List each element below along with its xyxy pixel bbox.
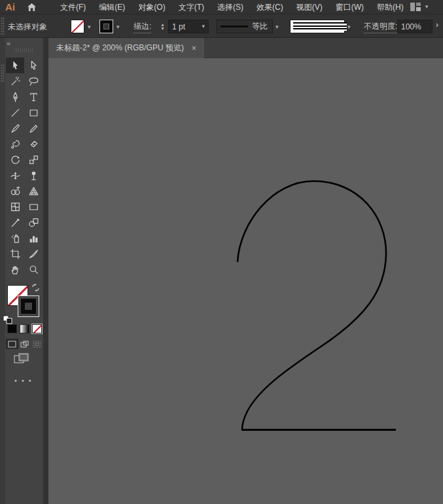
panel-canvas-divider[interactable] [43, 38, 48, 504]
tool-width[interactable] [6, 167, 24, 183]
tool-zoom[interactable] [24, 261, 43, 277]
screen-mode-button[interactable] [14, 353, 29, 368]
tools-grid [6, 58, 43, 277]
tool-rotate[interactable] [6, 152, 24, 167]
opacity-input[interactable]: 100% [397, 20, 433, 33]
tool-mesh[interactable] [6, 199, 24, 214]
tool-symbol-sprayer[interactable] [6, 230, 24, 246]
appearance-widget [5, 281, 43, 360]
tool-line-segment[interactable] [6, 105, 24, 120]
tool-rectangle[interactable] [24, 105, 43, 120]
menu-effect[interactable]: 效果(C) [250, 0, 290, 14]
uniform-width-preview-icon [221, 25, 248, 27]
tool-slice[interactable] [24, 246, 43, 261]
tool-scale[interactable] [24, 152, 43, 167]
chevron-down-icon: ▾ [425, 4, 429, 10]
tool-artboard[interactable] [6, 246, 24, 261]
control-bar: 未选择对象 ▾ ▾ 描边: ▲ ▼ 1 pt ▾ 等比 ▾ ▾ 不透明度: 10… [0, 14, 443, 38]
artwork-digit-2 [48, 58, 443, 504]
document-tab-strip: 未标题-2* @ 200% (RGB/GPU 预览) × [48, 38, 443, 58]
tool-panel: « [5, 38, 43, 504]
illustrator-window: { "app": { "logo_text": "Ai" }, "icons":… [0, 0, 443, 504]
workspace-switcher[interactable]: ▾ [410, 3, 429, 11]
tool-selection[interactable] [6, 58, 24, 73]
panel-drag-grip-icon[interactable] [14, 48, 34, 52]
tool-blend[interactable] [24, 214, 43, 230]
menu-file[interactable]: 文件(F) [54, 0, 92, 14]
stroke-proxy-swatch[interactable] [18, 295, 39, 317]
tab-close-icon[interactable]: × [192, 44, 196, 53]
tool-paintbrush[interactable] [6, 120, 24, 136]
tool-eyedropper[interactable] [6, 214, 24, 230]
stroke-weight-value: 1 pt [172, 22, 185, 31]
canvas-pasteboard[interactable] [48, 58, 443, 504]
opacity-value: 100% [401, 22, 421, 31]
tool-blob-brush[interactable] [6, 136, 24, 152]
tool-lasso[interactable] [24, 73, 43, 89]
tool-type[interactable] [24, 89, 43, 105]
dock-grip-icon[interactable] [1, 64, 5, 82]
swap-fill-stroke-icon[interactable] [31, 282, 40, 294]
width-profile-chevron-down-icon[interactable]: ▾ [275, 24, 279, 30]
tool-puppet-warp[interactable] [24, 167, 43, 183]
tool-pencil[interactable] [24, 120, 43, 136]
tool-column-graph[interactable] [24, 230, 43, 246]
document-tab[interactable]: 未标题-2* @ 200% (RGB/GPU 预览) × [48, 38, 204, 58]
brush-preview-icon [293, 22, 347, 31]
brush-definition-combo[interactable] [290, 20, 345, 33]
none-slash-icon [32, 324, 42, 333]
tool-pen[interactable] [6, 89, 24, 105]
stroke-ring-icon [21, 299, 36, 314]
control-bar-overflow-icon[interactable]: › [436, 20, 438, 29]
tool-perspective-grid[interactable] [24, 183, 43, 199]
tool-shape-builder[interactable] [6, 183, 24, 199]
tool-hand[interactable] [6, 261, 24, 277]
stroke-ring-icon [103, 24, 109, 29]
panel-grip-icon[interactable] [1, 17, 5, 35]
tool-gradient[interactable] [24, 199, 43, 214]
chevron-down-icon: ▾ [202, 24, 205, 29]
menu-object[interactable]: 对象(O) [132, 0, 171, 14]
menu-edit[interactable]: 编辑(E) [92, 0, 132, 14]
stroke-weight-combo[interactable]: 1 pt ▾ [168, 20, 209, 33]
width-profile-combo[interactable]: 等比 [217, 20, 273, 33]
draw-normal-button[interactable] [6, 339, 18, 349]
fill-chevron-down-icon[interactable]: ▾ [88, 24, 91, 30]
stroke-panel-link[interactable]: 描边: [133, 21, 151, 33]
brush-chevron-down-icon[interactable]: ▾ [347, 24, 351, 30]
tool-eraser[interactable] [24, 136, 43, 152]
fill-color-swatch[interactable] [71, 20, 84, 33]
menu-type[interactable]: 文字(T) [172, 0, 211, 14]
collapse-panel-icon[interactable]: « [7, 40, 10, 47]
workspace-layout-icon [410, 3, 421, 11]
document-tab-title: 未标题-2* @ 200% (RGB/GPU 预览) [56, 42, 184, 54]
draw-behind-button[interactable] [18, 339, 31, 349]
width-profile-value: 等比 [252, 21, 268, 32]
gradient-button[interactable] [20, 324, 29, 333]
selection-status: 未选择对象 [8, 22, 47, 33]
home-icon[interactable] [27, 3, 37, 12]
opacity-panel-link[interactable]: 不透明度: [364, 21, 397, 33]
stroke-weight-stepper[interactable]: ▲ ▼ [159, 20, 166, 33]
stepper-down-icon[interactable]: ▼ [160, 27, 165, 31]
tool-magic-wand[interactable] [6, 73, 24, 89]
edit-toolbar-button[interactable]: • • • [14, 377, 33, 384]
default-fill-stroke-icon[interactable] [3, 315, 12, 327]
app-logo: Ai [5, 1, 15, 12]
menu-items: 文件(F) 编辑(E) 对象(O) 文字(T) 选择(S) 效果(C) 视图(V… [54, 0, 410, 14]
menu-select[interactable]: 选择(S) [211, 0, 250, 14]
menu-bar: Ai 文件(F) 编辑(E) 对象(O) 文字(T) 选择(S) 效果(C) 视… [0, 0, 443, 14]
none-slash-icon [71, 20, 84, 33]
dock-edge [0, 38, 5, 504]
tool-direct-selection[interactable] [24, 58, 43, 73]
menu-help[interactable]: 帮助(H) [370, 0, 410, 14]
menu-window[interactable]: 窗口(W) [329, 0, 370, 14]
menu-view[interactable]: 视图(V) [290, 0, 329, 14]
stroke-color-swatch[interactable] [99, 20, 113, 33]
none-button[interactable] [32, 324, 42, 333]
stroke-chevron-down-icon[interactable]: ▾ [116, 24, 120, 30]
draw-inside-button[interactable] [31, 339, 43, 349]
